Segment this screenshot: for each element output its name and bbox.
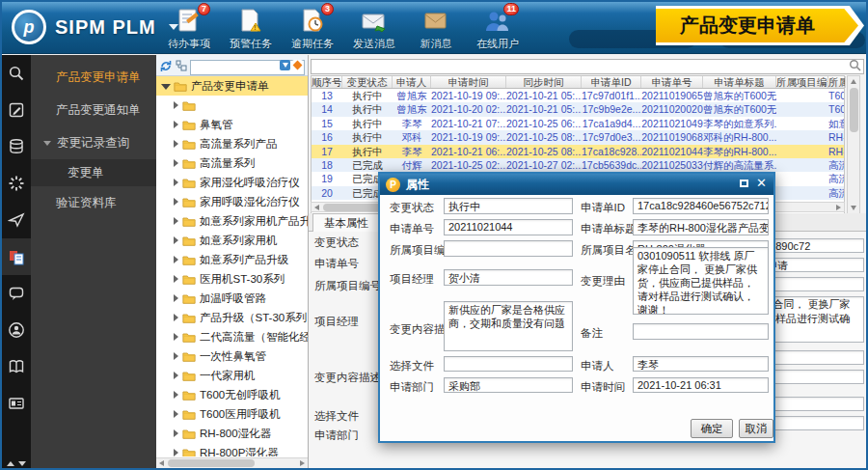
- column-header[interactable]: 同步时间: [506, 76, 582, 88]
- rail-idcard-icon[interactable]: [2, 385, 31, 422]
- tree-search-star-button[interactable]: [292, 60, 303, 70]
- dialog-title-bar[interactable]: P 属性 ✕: [380, 174, 773, 195]
- table-search-input[interactable]: [311, 59, 864, 74]
- select-file-field[interactable]: [444, 356, 573, 372]
- table-row[interactable]: 18已完成付辉2021-10-25 02:...2021-10-27 02:..…: [312, 158, 844, 172]
- expand-arrow-icon[interactable]: [174, 333, 178, 341]
- expand-arrow-icon[interactable]: [174, 121, 178, 128]
- sidebar-item[interactable]: 变更单: [31, 159, 156, 186]
- scroll-down-icon[interactable]: [851, 206, 856, 210]
- column-header[interactable]: 申请单标题: [703, 76, 776, 88]
- table-row[interactable]: 17执行中李琴2021-10-21 06:...2021-10-25 08:..…: [312, 145, 844, 158]
- expand-arrow-icon[interactable]: [174, 140, 178, 148]
- column-header[interactable]: 申请人: [393, 76, 431, 88]
- column-header[interactable]: 申请时间: [431, 76, 506, 88]
- request-title-field[interactable]: 李琴的RH-800湿化器产品变更申请: [633, 219, 769, 235]
- column-header[interactable]: 顺序号: [312, 76, 342, 88]
- rail-scroll-down-icon[interactable]: [18, 461, 26, 466]
- column-header[interactable]: 变更状态: [342, 76, 393, 88]
- scroll-right-icon[interactable]: [300, 460, 305, 466]
- refresh-icon[interactable]: [159, 59, 173, 72]
- tree-item[interactable]: T600无创呼吸机: [156, 385, 308, 404]
- column-header[interactable]: 申请单号: [641, 76, 703, 88]
- table-row[interactable]: 16执行中邓科2021-10-19 09:...2021-10-25 08:..…: [312, 130, 844, 144]
- rail-book-icon[interactable]: [2, 348, 31, 385]
- apply-dept-field[interactable]: 采购部: [444, 377, 573, 393]
- expand-arrow-icon[interactable]: [174, 159, 178, 167]
- request-id-field[interactable]: 17ca18c928460e56752c71243b890c72: [633, 198, 769, 214]
- expand-arrow-icon[interactable]: [174, 314, 178, 321]
- cancel-button[interactable]: 取消: [739, 419, 773, 438]
- expand-arrow-icon[interactable]: [174, 256, 178, 263]
- tree-item[interactable]: 加温呼吸管路: [156, 289, 308, 308]
- scroll-left-icon[interactable]: [314, 205, 319, 210]
- column-header[interactable]: 所属项目名称: [828, 76, 846, 88]
- tree-item[interactable]: RH-800P湿化器: [156, 443, 308, 456]
- scroll-right-icon[interactable]: [836, 205, 841, 210]
- expand-arrow-icon[interactable]: [174, 236, 178, 244]
- tree-item[interactable]: 一代家用机: [156, 366, 308, 385]
- expand-arrow-icon[interactable]: [174, 101, 178, 109]
- tree-item[interactable]: 如意系列家用机: [156, 231, 308, 250]
- expand-arrow-icon[interactable]: [174, 198, 178, 206]
- apply-time-field[interactable]: 2021-10-21 06:31: [633, 377, 769, 393]
- toolbar-item-warning-tasks[interactable]: ! 预警任务: [220, 7, 282, 51]
- change-reason-field[interactable]: 0301090511 软排线 原厂家停止合同， 更换厂家供货，供应商已提供样品，…: [633, 247, 769, 315]
- toolbar-item-new-message[interactable]: 新消息: [405, 7, 467, 51]
- table-row[interactable]: 15执行中李琴2021-10-21 07:...2021-10-25 06:..…: [312, 117, 844, 130]
- expand-arrow-icon[interactable]: [174, 217, 178, 225]
- change-desc-field[interactable]: 新供应的厂家是合格供应商，交期和质量没有问题: [444, 301, 573, 351]
- expand-arrow-icon[interactable]: [174, 275, 178, 283]
- table-vertical-scrollbar[interactable]: [847, 75, 860, 214]
- close-icon[interactable]: ✕: [756, 176, 767, 190]
- scroll-up-icon[interactable]: [851, 79, 856, 84]
- expand-arrow-icon[interactable]: [174, 352, 178, 360]
- tree-item[interactable]: [156, 96, 308, 115]
- table-row[interactable]: 13执行中曾旭东2021-10-19 09:...2021-10-21 05:.…: [312, 89, 844, 102]
- tab-basic-properties[interactable]: 基本属性: [312, 213, 380, 232]
- rail-person-icon[interactable]: [2, 312, 31, 348]
- tree-item[interactable]: 高流量系列产品: [156, 134, 308, 153]
- expand-arrow-icon[interactable]: [174, 372, 178, 379]
- sidebar-item[interactable]: 产品变更申请单: [31, 61, 156, 94]
- expand-arrow-icon[interactable]: [174, 449, 178, 456]
- tree-item[interactable]: 家用呼吸湿化治疗仪: [156, 192, 308, 211]
- rail-database-icon[interactable]: [2, 128, 31, 165]
- scroll-thumb[interactable]: [850, 88, 858, 132]
- tree-item[interactable]: 高流量系列: [156, 153, 308, 173]
- rail-search-icon[interactable]: [2, 55, 31, 92]
- change-status-field[interactable]: 执行中: [444, 198, 573, 214]
- tree-item[interactable]: 鼻氧管: [156, 115, 308, 134]
- tree-item[interactable]: 产品升级（ST-30系列，一代: [156, 308, 308, 327]
- tree-root-item[interactable]: 产品变更申请单: [156, 76, 308, 96]
- rail-chat-icon[interactable]: [2, 275, 31, 312]
- sidebar-item[interactable]: 产品变更通知单: [31, 94, 156, 126]
- tree-horizontal-scrollbar[interactable]: [156, 457, 308, 468]
- tree-item[interactable]: T600医用呼吸机: [156, 404, 308, 424]
- toolbar-item-overdue-tasks[interactable]: 3 逾期任务: [282, 7, 343, 51]
- expand-arrow-icon[interactable]: [174, 179, 178, 186]
- toolbar-item-online-users[interactable]: 11 在线用户: [467, 7, 529, 51]
- tree-item[interactable]: 二代高流量（智能化经典高流: [156, 327, 308, 346]
- tree-item[interactable]: 如意系列家用机产品升级优化: [156, 211, 308, 231]
- column-header[interactable]: 申请单ID: [582, 76, 641, 88]
- rail-edit-icon[interactable]: [2, 92, 31, 128]
- request-no-field[interactable]: 20211021044: [444, 219, 573, 235]
- tree-item[interactable]: RH-800湿化器: [156, 424, 308, 443]
- tree-item[interactable]: 如意系列产品升级: [156, 250, 308, 269]
- collapse-tree-icon[interactable]: [176, 60, 187, 71]
- ok-button[interactable]: 确定: [691, 419, 733, 438]
- project-no-field[interactable]: [444, 240, 573, 257]
- sidebar-item[interactable]: 变更记录查询: [31, 126, 156, 159]
- table-row[interactable]: 14执行中曾旭东2021-10-20 02:...2021-10-21 05:.…: [312, 102, 844, 116]
- expand-arrow-icon[interactable]: [174, 391, 178, 399]
- maximize-icon[interactable]: [740, 180, 748, 187]
- project-manager-field[interactable]: 贺小清: [444, 269, 573, 286]
- tree-item[interactable]: 家用湿化呼吸治疗仪: [156, 173, 308, 192]
- sidebar-item[interactable]: 验证资料库: [31, 186, 156, 219]
- column-header[interactable]: 所属项目编号: [776, 76, 828, 88]
- tree-item[interactable]: 医用机ST-30系列: [156, 269, 308, 289]
- rail-scroll-up-icon[interactable]: [7, 461, 14, 466]
- rail-send-icon[interactable]: [2, 202, 31, 238]
- expand-arrow-icon[interactable]: [174, 410, 178, 418]
